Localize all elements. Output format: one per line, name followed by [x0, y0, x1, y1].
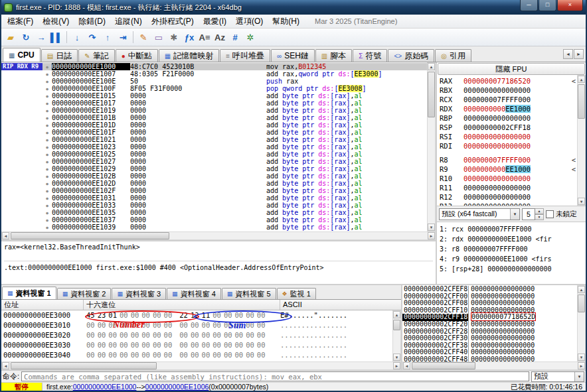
- step-into-icon[interactable]: ↓: [70, 30, 84, 44]
- menu-item[interactable]: 除錯(D): [74, 15, 110, 29]
- register-row[interactable]: RDX0000000000EE1000: [440, 104, 577, 113]
- scrollbar-thumb[interactable]: [428, 72, 435, 117]
- instruction-dot[interactable]: ●: [42, 78, 52, 85]
- preferences-gear-icon[interactable]: ✲: [243, 30, 258, 44]
- menu-item[interactable]: 追蹤(N): [110, 15, 147, 29]
- disasm-row[interactable]: ●0000000000EE10270000add byte ptr ds:[ra…: [1, 158, 427, 165]
- dump-row[interactable]: 0000000000EE3000452301000000000022121100…: [1, 310, 401, 320]
- instruction-dot[interactable]: ●: [42, 63, 52, 70]
- command-input[interactable]: [21, 371, 529, 381]
- disasm-row[interactable]: ●0000000000EE100E50push rax: [1, 78, 427, 85]
- status-address-to-link[interactable]: 0000000000EE1006: [145, 383, 209, 391]
- tab-watch1[interactable]: ❖監視 1: [277, 288, 316, 299]
- tab-dump5[interactable]: ▦資料視窗 5: [222, 288, 276, 299]
- tab-dump1[interactable]: ▦資料視窗 1: [2, 287, 56, 299]
- settings-gear-icon[interactable]: ✱: [167, 30, 181, 44]
- scrollbar-thumb[interactable]: [578, 294, 585, 312]
- stack-row[interactable]: 00000000002CFF480000000000000000: [402, 356, 577, 361]
- tab-dump3[interactable]: ▦資料視窗 3: [112, 288, 166, 299]
- argument-row[interactable]: 1: rcx 000000007FFFF000: [440, 224, 586, 234]
- scroll-up-icon[interactable]: ▲: [428, 63, 435, 70]
- instruction-dot[interactable]: ●: [42, 187, 52, 194]
- scroll-right-icon[interactable]: ►: [393, 362, 400, 369]
- register-row[interactable]: RBP0000000000000000: [440, 113, 577, 123]
- menu-item[interactable]: 選項(O): [231, 15, 268, 29]
- tab-seh[interactable]: ∞SEH鏈: [271, 49, 315, 62]
- scroll-up-icon[interactable]: ▲: [578, 286, 585, 293]
- scroll-left-icon[interactable]: ◄: [2, 232, 9, 239]
- menu-item[interactable]: 幫助(H): [268, 15, 304, 29]
- step-over-icon[interactable]: ↷: [85, 30, 100, 44]
- instruction-dot[interactable]: ●: [42, 70, 52, 78]
- tab-dump4[interactable]: ▦資料視窗 4: [167, 288, 221, 299]
- register-row[interactable]: RAX0000000077186520<: [440, 76, 577, 86]
- instruction-dot[interactable]: ●: [42, 180, 52, 187]
- menu-item[interactable]: 檔案(F): [3, 15, 38, 29]
- disasm-row[interactable]: ●0000000000EE102B0000add byte ptr ds:[ra…: [1, 172, 427, 180]
- pause-icon[interactable]: ▌▌: [49, 30, 64, 44]
- argument-row[interactable]: 2: rdx 0000000000EE1000 <fir: [440, 234, 586, 244]
- run-to-cursor-icon[interactable]: ⇥: [116, 30, 130, 44]
- register-row[interactable]: RCX000000007FFFF000: [440, 95, 577, 104]
- disasm-vertical-scrollbar[interactable]: ▲ ▼: [427, 62, 436, 231]
- scroll-right-icon[interactable]: ►: [428, 232, 435, 239]
- register-row[interactable]: RDI0000000000000000: [440, 141, 577, 151]
- instruction-dot[interactable]: ●: [42, 209, 52, 216]
- tab-symbols[interactable]: Σ符號: [353, 49, 387, 62]
- instruction-dot[interactable]: ●: [42, 202, 52, 209]
- instruction-dot[interactable]: ●: [42, 136, 52, 143]
- disasm-row[interactable]: ●0000000000EE10170000add byte ptr ds:[ra…: [1, 99, 427, 107]
- instruction-dot[interactable]: ●: [42, 129, 52, 136]
- disasm-row[interactable]: ●0000000000EE10230000add byte ptr ds:[ra…: [1, 143, 427, 151]
- argument-count-stepper[interactable]: 5 ▲ ▼: [522, 208, 544, 220]
- instruction-dot[interactable]: ●: [42, 114, 52, 121]
- instruction-dot[interactable]: ●: [42, 224, 52, 231]
- register-row[interactable]: RSI0000000000000000: [440, 132, 577, 141]
- disasm-row[interactable]: ●0000000000EE10350000add byte ptr ds:[ra…: [1, 209, 427, 216]
- menu-item[interactable]: 最愛(I): [199, 15, 231, 29]
- patch-icon[interactable]: ▭: [151, 30, 166, 44]
- chevron-down-icon[interactable]: ▼: [574, 372, 584, 381]
- restart-icon[interactable]: ↻: [19, 30, 33, 44]
- tab-references[interactable]: ◎引用: [435, 49, 471, 62]
- scrollbar-thumb[interactable]: [412, 362, 475, 369]
- disasm-horizontal-scrollbar[interactable]: ◄ ►: [1, 231, 436, 240]
- run-icon[interactable]: →: [34, 30, 48, 44]
- register-row[interactable]: R120000000000000000: [440, 192, 577, 202]
- argument-row[interactable]: 5: [rsp+28] 0000000000000000: [440, 264, 586, 274]
- instruction-dot[interactable]: ●: [42, 172, 52, 180]
- maximize-button[interactable]: □: [539, 0, 556, 11]
- hash-icon[interactable]: #: [228, 30, 242, 44]
- dump-row[interactable]: 0000000000EE3020000000000000000000000000…: [1, 330, 401, 340]
- disasm-row[interactable]: ●0000000000EE10290000add byte ptr ds:[ra…: [1, 165, 427, 172]
- registers-vertical-scrollbar[interactable]: ▲ ▼: [577, 75, 586, 206]
- menu-item[interactable]: 檢視(V): [38, 15, 74, 29]
- tab-source[interactable]: <>原始碼: [388, 49, 434, 62]
- scroll-down-icon[interactable]: ▼: [393, 354, 400, 361]
- tab-cpu[interactable]: ▦CPU: [3, 48, 41, 62]
- instruction-dot[interactable]: ●: [42, 151, 52, 158]
- pencil-icon[interactable]: ✎: [136, 30, 151, 44]
- disasm-row[interactable]: ●0000000000EE10210000add byte ptr ds:[ra…: [1, 136, 427, 143]
- disasm-row[interactable]: ●0000000000EE10250000add byte ptr ds:[ra…: [1, 151, 427, 158]
- tab-dump2[interactable]: ▦資料視窗 2: [57, 288, 112, 299]
- step-out-icon[interactable]: ↑: [100, 30, 115, 44]
- scroll-down-icon[interactable]: ▼: [578, 198, 585, 205]
- scroll-left-icon[interactable]: ◄: [2, 362, 9, 369]
- disasm-row[interactable]: RIP RDX R9●0000000000EE100048:C7C0 45230…: [1, 63, 427, 70]
- instruction-dot[interactable]: ●: [42, 99, 52, 107]
- disasm-row[interactable]: ●0000000000EE10310000add byte ptr ds:[ra…: [1, 194, 427, 202]
- spin-down-icon[interactable]: ▼: [535, 214, 544, 220]
- scroll-down-icon[interactable]: ▼: [578, 354, 585, 361]
- functions-icon[interactable]: ƒx: [182, 30, 197, 44]
- chevron-down-icon[interactable]: ▼: [510, 209, 519, 220]
- instruction-dot[interactable]: ●: [42, 92, 52, 99]
- lock-checkbox[interactable]: [546, 210, 554, 218]
- close-button[interactable]: ×: [557, 0, 583, 11]
- argument-row[interactable]: 4: r9 0000000000EE1000 <firs: [440, 254, 586, 264]
- scroll-up-icon[interactable]: ▲: [393, 311, 400, 318]
- register-row[interactable]: R100000000000000000: [440, 174, 577, 183]
- instruction-dot[interactable]: ●: [42, 165, 52, 172]
- instruction-dot[interactable]: ●: [42, 194, 52, 202]
- register-row[interactable]: R110000000000000000: [440, 183, 577, 192]
